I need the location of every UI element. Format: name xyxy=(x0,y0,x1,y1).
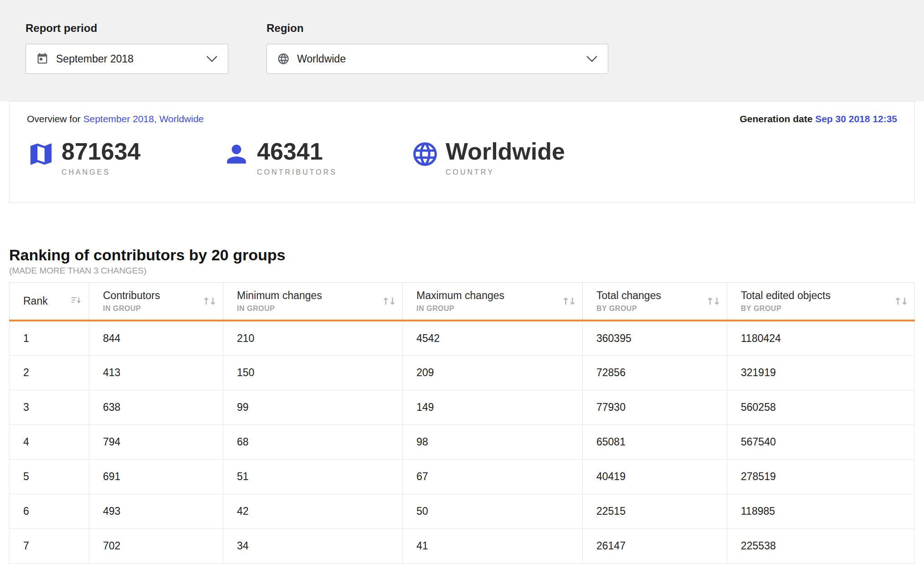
ranking-table-body: 1844210454236039511804242413150209728563… xyxy=(10,321,915,563)
generation-date-value[interactable]: Sep 30 2018 12:35 xyxy=(815,114,897,124)
report-period-label: Report period xyxy=(26,22,228,35)
cell-rank: 5 xyxy=(10,459,89,494)
overview-scope-link[interactable]: September 2018, Worldwide xyxy=(83,114,204,124)
chevron-down-icon xyxy=(206,55,218,62)
sort-updown-icon[interactable]: ↑↓ xyxy=(562,296,575,307)
cell-total-changes: 40419 xyxy=(583,459,727,494)
table-row: 36389914977930560258 xyxy=(10,390,915,424)
column-header-min-changes[interactable]: Minimum changes IN GROUP ↑↓ xyxy=(223,282,403,321)
cell-min-changes: 210 xyxy=(223,321,403,355)
column-header-rank[interactable]: Rank xyxy=(10,282,89,321)
stat-country: Worldwide COUNTRY xyxy=(411,140,565,176)
cell-contributors: 493 xyxy=(89,494,223,528)
cell-max-changes: 4542 xyxy=(403,321,583,355)
column-header-total-edited-objects[interactable]: Total edited objects BY GROUP ↑↓ xyxy=(727,282,915,321)
ranking-subtitle: (MADE MORE THAN 3 CHANGES) xyxy=(9,266,915,276)
stat-contributors: 46341 CONTRIBUTORS xyxy=(222,140,411,176)
cell-contributors: 413 xyxy=(89,355,223,390)
cell-contributors: 794 xyxy=(89,424,223,459)
sort-updown-icon[interactable]: ↑↓ xyxy=(706,296,719,307)
changes-count: 871634 xyxy=(62,140,141,163)
report-period-select[interactable]: September 2018 xyxy=(26,44,228,74)
cell-min-changes: 150 xyxy=(223,355,403,390)
column-header-max-changes[interactable]: Maximum changes IN GROUP ↑↓ xyxy=(403,282,583,321)
region-select[interactable]: Worldwide xyxy=(267,44,608,74)
table-row: 7702344126147225538 xyxy=(10,528,915,563)
cell-total-edited-objects: 278519 xyxy=(727,459,915,494)
country-value: Worldwide xyxy=(446,140,565,163)
sort-updown-icon[interactable]: ↑↓ xyxy=(382,296,395,307)
map-icon xyxy=(27,140,55,168)
cell-total-changes: 77930 xyxy=(583,390,727,424)
cell-total-edited-objects: 118985 xyxy=(727,494,915,528)
generation-date: Generation date Sep 30 2018 12:35 xyxy=(739,114,897,124)
cell-contributors: 844 xyxy=(89,321,223,355)
contributors-count: 46341 xyxy=(257,140,337,163)
cell-total-edited-objects: 1180424 xyxy=(727,321,915,355)
report-period-value: September 2018 xyxy=(56,53,133,65)
ranking-table: Rank Contributo xyxy=(9,282,915,564)
overview-card: Overview for September 2018, Worldwide G… xyxy=(9,101,915,203)
region-value: Worldwide xyxy=(297,53,346,65)
cell-max-changes: 98 xyxy=(403,424,583,459)
changes-label: CHANGES xyxy=(62,168,141,176)
table-row: 241315020972856321919 xyxy=(10,355,915,390)
cell-total-edited-objects: 225538 xyxy=(727,528,915,563)
cell-rank: 1 xyxy=(10,321,89,355)
contributors-label: CONTRIBUTORS xyxy=(257,168,337,176)
overview-prefix: Overview for xyxy=(27,114,81,124)
cell-min-changes: 68 xyxy=(223,424,403,459)
cell-max-changes: 209 xyxy=(403,355,583,390)
cell-max-changes: 50 xyxy=(403,494,583,528)
cell-min-changes: 42 xyxy=(223,494,403,528)
cell-rank: 6 xyxy=(10,494,89,528)
cell-total-changes: 65081 xyxy=(583,424,727,459)
column-header-total-changes[interactable]: Total changes BY GROUP ↑↓ xyxy=(583,282,727,321)
cell-min-changes: 99 xyxy=(223,390,403,424)
generation-date-label: Generation date xyxy=(739,114,812,124)
filter-bar: Report period September 2018 Region Worl… xyxy=(0,0,924,101)
chevron-down-icon xyxy=(586,55,598,62)
column-header-contributors[interactable]: Contributors IN GROUP ↑↓ xyxy=(89,282,223,321)
cell-total-edited-objects: 321919 xyxy=(727,355,915,390)
globe-icon xyxy=(277,52,290,65)
ranking-section: Ranking of contributors by 20 groups (MA… xyxy=(9,246,915,564)
region-group: Region Worldwide xyxy=(267,22,608,101)
sort-updown-icon[interactable]: ↑↓ xyxy=(202,296,216,307)
table-row: 6493425022515118985 xyxy=(10,494,915,528)
cell-min-changes: 51 xyxy=(223,459,403,494)
cell-total-changes: 22515 xyxy=(583,494,727,528)
country-label: COUNTRY xyxy=(446,168,565,176)
report-period-group: Report period September 2018 xyxy=(26,22,228,101)
cell-max-changes: 149 xyxy=(403,390,583,424)
cell-total-edited-objects: 567540 xyxy=(727,424,915,459)
table-header-row: Rank Contributo xyxy=(10,282,915,321)
region-label: Region xyxy=(267,22,608,35)
table-row: 184421045423603951180424 xyxy=(10,321,915,355)
sort-amount-icon[interactable] xyxy=(71,295,82,307)
table-row: 4794689865081567540 xyxy=(10,424,915,459)
cell-max-changes: 67 xyxy=(403,459,583,494)
cell-rank: 2 xyxy=(10,355,89,390)
cell-rank: 4 xyxy=(10,424,89,459)
overview-scope: Overview for September 2018, Worldwide xyxy=(27,114,204,124)
cell-contributors: 702 xyxy=(89,528,223,563)
cell-total-changes: 72856 xyxy=(583,355,727,390)
calendar-icon xyxy=(36,52,49,65)
table-row: 5691516740419278519 xyxy=(10,459,915,494)
cell-rank: 3 xyxy=(10,390,89,424)
cell-total-changes: 26147 xyxy=(583,528,727,563)
cell-min-changes: 34 xyxy=(223,528,403,563)
cell-contributors: 638 xyxy=(89,390,223,424)
person-icon xyxy=(222,140,251,168)
overview-stats: 871634 CHANGES 46341 CONTRIBUTORS Worldw… xyxy=(27,140,897,176)
cell-total-changes: 360395 xyxy=(583,321,727,355)
cell-max-changes: 41 xyxy=(403,528,583,563)
sort-updown-icon[interactable]: ↑↓ xyxy=(894,296,907,307)
cell-rank: 7 xyxy=(10,528,89,563)
stat-changes: 871634 CHANGES xyxy=(27,140,222,176)
cell-contributors: 691 xyxy=(89,459,223,494)
globe-icon xyxy=(411,140,439,168)
cell-total-edited-objects: 560258 xyxy=(727,390,915,424)
ranking-title: Ranking of contributors by 20 groups xyxy=(9,246,915,264)
